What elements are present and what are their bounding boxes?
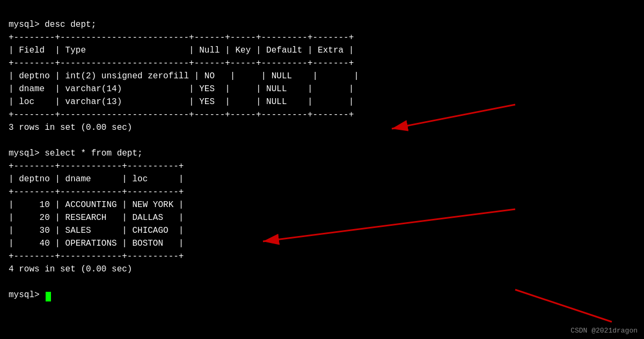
line-15: | 20 | RESEARCH | DALLAS | (9, 213, 184, 223)
watermark: CSDN @2021dragon (570, 327, 638, 335)
line-3: | Field | Type | Null | Key | Default | … (9, 46, 354, 55)
line-19: 4 rows in set (0.00 sec) (9, 264, 132, 274)
line-8: +--------+-------------------------+----… (9, 110, 354, 120)
line-9: 3 rows in set (0.00 sec) (9, 123, 132, 132)
line-2: +--------+-------------------------+----… (9, 33, 354, 42)
terminal-output: mysql> desc dept; +--------+------------… (0, 0, 644, 307)
line-4: +--------+-------------------------+----… (9, 58, 354, 68)
line-17: | 40 | OPERATIONS | BOSTON | (9, 239, 184, 248)
line-13: +--------+------------+----------+ (9, 187, 184, 197)
line-5: | deptno | int(2) unsigned zerofill | NO… (9, 71, 359, 81)
line-1: mysql> desc dept; (9, 20, 96, 30)
prompt-line: mysql> (9, 290, 51, 300)
line-10: mysql> select * from dept; (9, 149, 143, 158)
line-7: | loc | varchar(13) | YES | | NULL | | (9, 97, 354, 107)
cursor (46, 292, 51, 301)
line-12: | deptno | dname | loc | (9, 174, 184, 184)
line-11: +--------+------------+----------+ (9, 161, 184, 171)
line-18: +--------+------------+----------+ (9, 252, 184, 261)
line-16: | 30 | SALES | CHICAGO | (9, 226, 184, 235)
line-6: | dname | varchar(14) | YES | | NULL | | (9, 84, 354, 94)
line-14: | 10 | ACCOUNTING | NEW YORK | (9, 200, 184, 210)
